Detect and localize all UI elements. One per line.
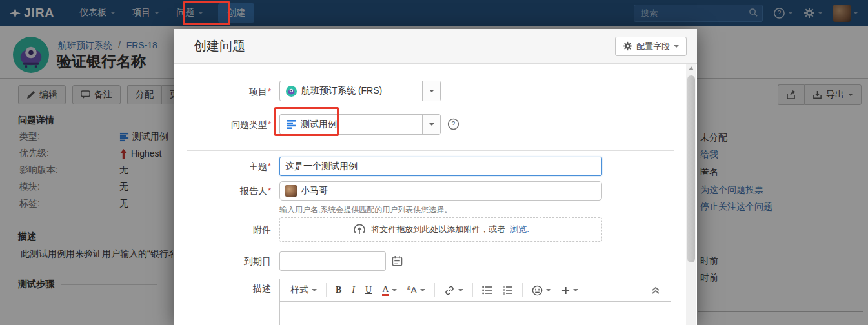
project-avatar-small (286, 86, 297, 97)
issue-type-icon (286, 119, 296, 130)
underline-button[interactable]: U (361, 279, 376, 301)
reporter-input[interactable]: 小马哥 (279, 181, 602, 201)
chevron-down-icon (674, 45, 679, 48)
gear-icon (623, 41, 632, 51)
insert-more-dropdown[interactable] (558, 279, 582, 301)
italic-button[interactable]: I (348, 279, 359, 301)
link-dropdown[interactable] (440, 279, 467, 301)
description-editor: 样式 B I U A ªA (279, 279, 671, 325)
dropdown-arrow[interactable] (422, 81, 440, 101)
style-dropdown[interactable]: 样式 (287, 279, 321, 301)
description-label: 描述 (174, 283, 271, 295)
issue-type-label: 问题类型* (174, 119, 271, 131)
project-select[interactable]: 航班预订系统 (FRS) (279, 81, 441, 101)
text-color-dropdown[interactable]: A (378, 279, 401, 301)
configure-fields-button[interactable]: 配置字段 (615, 37, 687, 56)
attachment-label: 附件 (174, 224, 271, 236)
create-issue-dialog: 创建问题 配置字段 项目* (174, 29, 697, 325)
scrollbar-thumb[interactable] (687, 75, 695, 262)
emoji-dropdown[interactable] (528, 279, 555, 301)
description-textarea[interactable] (279, 302, 671, 325)
dialog-header: 创建问题 配置字段 (174, 29, 697, 64)
bullet-list-button[interactable] (478, 279, 496, 301)
due-date-input[interactable] (279, 251, 386, 271)
scroll-up-arrow[interactable] (689, 66, 694, 70)
reporter-label: 报告人* (174, 186, 271, 197)
calendar-icon[interactable] (392, 255, 403, 266)
collapse-toolbar-button[interactable] (647, 279, 664, 301)
browse-link[interactable]: 浏览. (510, 224, 529, 235)
summary-input[interactable]: 这是一个测试用例 (279, 157, 602, 176)
numbered-list-button[interactable] (499, 279, 517, 301)
svg-text:?: ? (452, 121, 456, 128)
bold-button[interactable]: B (332, 279, 345, 301)
upload-cloud-icon (352, 222, 367, 237)
reporter-avatar (285, 185, 297, 197)
dialog-scrollbar[interactable] (686, 64, 696, 325)
text-cursor (359, 161, 359, 172)
attachment-dropzone[interactable]: 将文件拖放到此处以添加附件，或者 浏览. (279, 217, 602, 242)
link-icon (444, 285, 455, 296)
summary-label: 主题* (174, 161, 271, 173)
jira-screen: JIRA 仪表板 项目 问题 创建 ? (0, 0, 868, 325)
issue-type-help-icon[interactable]: ? (447, 118, 459, 130)
form-divider (187, 150, 674, 151)
due-date-label: 到期日 (174, 256, 271, 268)
issue-type-select[interactable]: 测试用例 (279, 114, 441, 135)
editor-toolbar: 样式 B I U A ªA (279, 279, 671, 302)
reporter-hint: 输入用户名,系统会提供匹配的用户列表供您选择。 (279, 204, 452, 215)
font-size-dropdown[interactable]: ªA (403, 279, 429, 301)
emoji-icon (532, 285, 543, 296)
project-label: 项目* (174, 86, 271, 98)
dialog-title: 创建问题 (194, 37, 245, 55)
dropdown-arrow[interactable] (422, 115, 440, 134)
